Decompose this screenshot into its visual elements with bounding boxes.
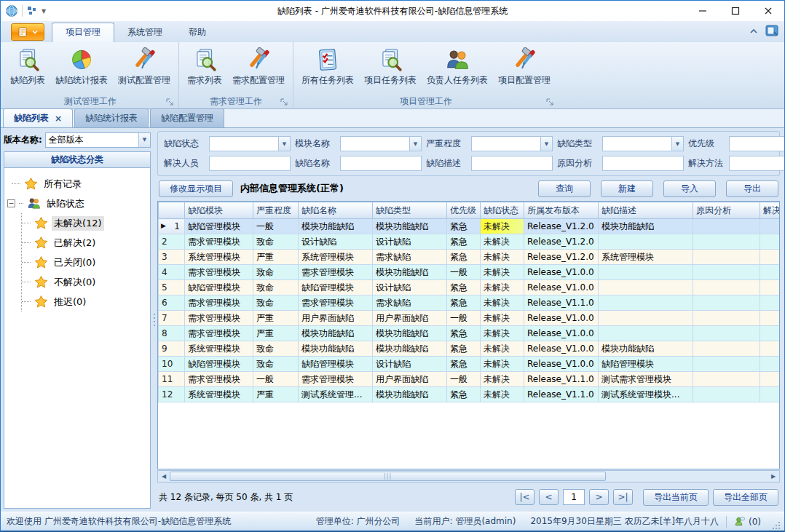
defect-status-filter-combobox[interactable]: ▼ [209,136,291,151]
tree-item-all-records[interactable]: 所有记录 [12,174,147,194]
project-tasks-button[interactable]: 项目任务列表 [359,45,422,89]
cell-method[interactable] [760,234,781,250]
table-row[interactable]: 3系统管理模块严重系统管理模块需求缺陷紧急未解决Release_V1.2.0系统… [159,250,781,265]
cell-analysis[interactable] [693,295,760,311]
cell-desc[interactable] [599,280,693,295]
column-header-rownum[interactable] [159,202,185,219]
row-number-cell[interactable]: 7 [159,311,185,326]
close-button[interactable] [752,1,784,21]
cell-module[interactable]: 缺陷管理模块 [185,219,253,234]
table-row[interactable]: 11需求管理模块一般需求管理模块用户界面缺陷一般未解决Release_V1.1.… [159,372,781,387]
dialog-launcher-icon[interactable] [280,98,288,106]
tree-item-status-child[interactable]: 不解决(0) [22,272,147,292]
chevron-down-icon[interactable]: ▼ [409,137,421,151]
row-number-cell[interactable]: 9 [159,341,185,357]
ribbon-tab-system-management[interactable]: 系统管理 [114,23,175,42]
cell-priority[interactable]: 紧急 [447,341,481,357]
cell-analysis[interactable] [693,326,760,341]
doc-tab-defect-config[interactable]: 缺陷配置管理 [150,108,224,127]
table-row[interactable]: 12系统管理模块严重测试系统管理...模块功能缺陷紧急未解决Release_V1… [159,387,781,402]
cell-method[interactable] [760,265,781,280]
scroll-left-icon[interactable]: ◀ [158,471,170,482]
table-row[interactable]: ▶1缺陷管理模块一般模块功能缺陷模块功能缺陷紧急未解决Release_V1.2.… [159,219,781,234]
cell-name[interactable]: 缺陷管理模块 [299,357,373,372]
cell-method[interactable] [760,311,781,326]
cell-name[interactable]: 系统管理模块 [299,250,373,265]
cell-analysis[interactable] [693,219,760,234]
page-number-input[interactable] [563,489,585,505]
cell-severity[interactable]: 严重 [253,311,299,326]
cell-analysis[interactable] [693,311,760,326]
cell-method[interactable] [760,357,781,372]
tree-item-defect-status[interactable]: − 缺陷状态 [12,194,147,213]
maximize-button[interactable] [719,1,752,21]
next-page-button[interactable]: > [589,489,609,505]
cell-priority[interactable]: 紧急 [447,387,481,402]
cell-desc[interactable] [599,295,693,311]
cell-status[interactable]: 未解决 [481,219,524,234]
tree-item-status-child[interactable]: 已关闭(0) [22,253,147,272]
cell-name[interactable]: 缺陷管理模块 [299,280,373,295]
scrollbar-thumb[interactable]: ||| [170,472,606,481]
cell-release[interactable]: Release_V1.0.0 [524,357,599,372]
table-row[interactable]: 5缺陷管理模块致命缺陷管理模块设计缺陷紧急未解决Release_V1.0.0 [159,280,781,295]
cell-status[interactable]: 未解决 [481,295,524,311]
version-combobox[interactable]: 全部版本 ▼ [45,132,151,148]
cause-analysis-filter-input[interactable] [602,156,684,171]
cell-method[interactable] [760,387,781,402]
cell-type[interactable]: 需求缺陷 [373,250,447,265]
horizontal-scrollbar[interactable]: ◀ ||| ▶ [157,470,780,483]
requirement-config-button[interactable]: 需求配置管理 [227,45,290,89]
cell-type[interactable]: 设计缺陷 [373,280,447,295]
row-number-cell[interactable]: 5 [159,280,185,295]
cell-type[interactable]: 模块功能缺陷 [373,326,447,341]
row-number-cell[interactable]: 10 [159,357,185,372]
column-header-priority[interactable]: 优先级 [447,202,481,219]
cell-analysis[interactable] [693,387,760,402]
column-header-method[interactable]: 解决方法 [760,202,781,219]
cell-analysis[interactable] [693,357,760,372]
ribbon-tab-project-management[interactable]: 项目管理 [52,23,114,42]
import-button[interactable]: 导入 [663,180,716,197]
message-indicator[interactable]: (0) [727,516,768,527]
owner-tasks-button[interactable]: 负责人任务列表 [422,45,493,89]
cell-release[interactable]: Release_V1.0.0 [524,326,599,341]
cell-module[interactable]: 系统管理模块 [185,250,253,265]
cell-status[interactable]: 未解决 [481,387,524,402]
cell-status[interactable]: 未解决 [481,234,524,250]
cell-severity[interactable]: 严重 [253,250,299,265]
cell-analysis[interactable] [693,265,760,280]
defect-list-button[interactable]: 缺陷列表 [5,45,50,89]
cell-severity[interactable]: 一般 [253,372,299,387]
cell-module[interactable]: 需求管理模块 [185,265,253,280]
export-current-page-button[interactable]: 导出当前页 [643,489,709,506]
cell-release[interactable]: Release_V1.0.0 [524,280,599,295]
collapse-ribbon-icon[interactable] [749,28,758,34]
table-row[interactable]: 4需求管理模块致命需求管理模块模块功能缺陷一般未解决Release_V1.0.0 [159,265,781,280]
cell-status[interactable]: 未解决 [481,280,524,295]
cell-status[interactable]: 未解决 [481,341,524,357]
cell-type[interactable]: 模块功能缺陷 [373,265,447,280]
row-number-cell[interactable]: 11 [159,372,185,387]
cell-type[interactable]: 设计缺陷 [373,234,447,250]
solution-filter-input[interactable] [729,156,784,171]
column-header-severity[interactable]: 严重程度 [253,202,299,219]
cell-analysis[interactable] [693,341,760,357]
cell-severity[interactable]: 致命 [253,265,299,280]
column-header-type[interactable]: 缺陷类型 [373,202,447,219]
requirement-list-button[interactable]: 需求列表 [182,45,227,89]
table-row[interactable]: 10缺陷管理模块致命缺陷管理模块设计缺陷紧急未解决Release_V1.0.0缺… [159,357,781,372]
cell-method[interactable] [760,372,781,387]
cell-release[interactable]: Release_V1.2.0 [524,250,599,265]
cell-severity[interactable]: 致命 [253,357,299,372]
previous-page-button[interactable]: < [539,489,559,505]
cell-priority[interactable]: 紧急 [447,357,481,372]
cell-desc[interactable]: 测试需求管理模块 [599,372,693,387]
table-row[interactable]: 9系统管理模块致命模块功能缺陷模块功能缺陷紧急未解决Release_V1.0.0… [159,341,781,357]
cell-type[interactable]: 设计缺陷 [373,357,447,372]
cell-severity[interactable]: 严重 [253,387,299,402]
quick-access-dropdown-icon[interactable]: ▼ [42,8,46,15]
last-page-button[interactable]: >| [613,489,633,505]
cell-type[interactable]: 模块功能缺陷 [373,341,447,357]
tree-item-status-child[interactable]: 未解决(12) [22,213,147,233]
